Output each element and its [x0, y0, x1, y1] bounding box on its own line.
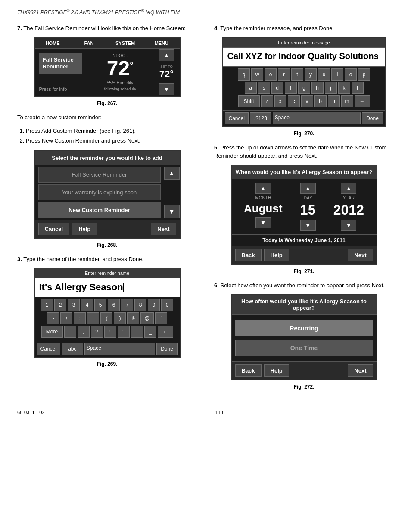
key-comma[interactable]: , — [78, 326, 90, 338]
back-button-272[interactable]: Back — [235, 364, 262, 377]
help-button-272[interactable]: Help — [264, 364, 289, 377]
key-e[interactable]: e — [265, 68, 277, 81]
key-m[interactable]: m — [341, 95, 353, 107]
temp-up-arrow[interactable]: ▲ — [159, 49, 174, 61]
key-rparen[interactable]: ) — [114, 312, 126, 324]
key-space-270[interactable]: Space — [273, 112, 361, 124]
fig271-screen: When would you like It's Allergy Season … — [231, 165, 377, 265]
key-colon[interactable]: : — [74, 312, 86, 324]
key-q[interactable]: q — [238, 68, 250, 81]
reminder-item-warranty[interactable]: Your warranty is expiring soon — [38, 184, 161, 200]
key-g[interactable]: g — [298, 82, 310, 94]
key-i[interactable]: i — [331, 68, 343, 81]
key-8[interactable]: 8 — [134, 299, 146, 311]
month-down[interactable]: ▼ — [255, 217, 271, 228]
scroll-down-arrow[interactable]: ▼ — [164, 205, 180, 218]
key-5[interactable]: 5 — [94, 299, 106, 311]
scroll-up-arrow[interactable]: ▲ — [164, 167, 180, 180]
key-f[interactable]: f — [285, 82, 297, 94]
year-down[interactable]: ▼ — [341, 220, 356, 231]
key-b[interactable]: b — [314, 95, 327, 107]
key-done-270[interactable]: Done — [362, 112, 383, 124]
key-pipe[interactable]: | — [131, 326, 143, 338]
fig270-label: Fig. 270. — [214, 131, 394, 137]
key-6[interactable]: 6 — [108, 299, 120, 311]
key-cancel-270[interactable]: Cancel — [225, 112, 249, 124]
key-period[interactable]: . — [64, 326, 76, 338]
nav-home: HOME — [35, 38, 71, 48]
key-exclaim[interactable]: ! — [104, 326, 116, 338]
fig272-bottom-bar: Back Help Next — [232, 361, 377, 380]
key-dotquestion[interactable]: .?123 — [250, 112, 271, 124]
fig268-scroll-arrows: ▲ ▼ — [164, 165, 180, 220]
key-underscore[interactable]: _ — [144, 326, 156, 338]
reminder-item-fall[interactable]: Fall Service Reminder — [38, 167, 161, 183]
key-7[interactable]: 7 — [121, 299, 133, 311]
key-d[interactable]: d — [271, 82, 283, 94]
key-3[interactable]: 3 — [68, 299, 80, 311]
key-9[interactable]: 9 — [148, 299, 160, 311]
month-up[interactable]: ▲ — [255, 183, 271, 194]
day-up[interactable]: ▲ — [300, 183, 316, 194]
key-w[interactable]: w — [251, 68, 263, 81]
key-c[interactable]: c — [288, 95, 300, 107]
key-l[interactable]: l — [352, 82, 364, 94]
next-button-268[interactable]: Next — [151, 223, 176, 235]
right-column: 4. Type the reminder message, and press … — [214, 24, 394, 397]
key-cancel-269[interactable]: Cancel — [37, 343, 60, 355]
key-k[interactable]: k — [338, 82, 350, 94]
key-question[interactable]: ? — [91, 326, 103, 338]
key-abc[interactable]: abc — [62, 343, 83, 355]
help-button-271[interactable]: Help — [264, 249, 289, 261]
key-a[interactable]: a — [245, 82, 257, 94]
key-space-269[interactable]: Space — [84, 343, 155, 355]
key-slash[interactable]: / — [60, 312, 72, 324]
key-2[interactable]: 2 — [54, 299, 66, 311]
key-p[interactable]: p — [358, 68, 370, 81]
key-shift[interactable]: Shift — [238, 95, 260, 107]
next-button-272[interactable]: Next — [348, 364, 373, 377]
key-0[interactable]: 0 — [161, 299, 173, 311]
key-t[interactable]: t — [291, 68, 303, 81]
thermo-center: INDOOR 72° 55% Humidity following schedu… — [87, 49, 154, 96]
key-h[interactable]: h — [311, 82, 324, 94]
day-down[interactable]: ▼ — [300, 220, 316, 231]
key-x[interactable]: x — [274, 95, 286, 107]
reminder-item-new-custom[interactable]: New Custom Reminder — [38, 202, 161, 218]
key-backspace-270[interactable]: ← — [355, 95, 370, 107]
key-1[interactable]: 1 — [41, 299, 53, 311]
key-r[interactable]: r — [278, 68, 290, 81]
key-backspace[interactable]: ← — [158, 326, 173, 338]
key-y[interactable]: y — [305, 68, 317, 81]
key-n[interactable]: n — [328, 95, 340, 107]
help-button-268[interactable]: Help — [72, 223, 97, 235]
fig271-label: Fig. 271. — [214, 268, 394, 274]
key-z[interactable]: z — [261, 95, 273, 107]
back-button-271[interactable]: Back — [235, 249, 262, 261]
recurring-option[interactable]: Recurring — [235, 320, 373, 336]
key-dash[interactable]: - — [47, 312, 59, 324]
key-quote[interactable]: ' — [155, 312, 167, 324]
next-button-271[interactable]: Next — [348, 249, 373, 261]
key-u[interactable]: u — [318, 68, 330, 81]
header-mid: 2.0 AND THX9421 PRESTIGE — [69, 9, 141, 16]
key-s[interactable]: s — [258, 82, 270, 94]
key-semicolon[interactable]: ; — [87, 312, 99, 324]
key-done-269[interactable]: Done — [156, 343, 178, 355]
cancel-button-268[interactable]: Cancel — [38, 223, 70, 235]
key-o[interactable]: o — [345, 68, 357, 81]
kb-row-shift: Shift z x c v b n m ← — [225, 95, 383, 107]
onetime-option[interactable]: One Time — [235, 340, 373, 356]
thermo-left: Fall ServiceReminder Press for info — [35, 49, 87, 96]
key-v[interactable]: v — [301, 95, 313, 107]
temp-down-arrow[interactable]: ▼ — [159, 83, 174, 95]
key-lparen[interactable]: ( — [100, 312, 112, 324]
key-at[interactable]: @ — [140, 312, 153, 324]
key-amp[interactable]: & — [127, 312, 139, 324]
key-j[interactable]: j — [325, 82, 337, 94]
key-more[interactable]: More — [41, 326, 63, 338]
key-4[interactable]: 4 — [81, 299, 93, 311]
fig270-keyboard: q w e r t y u i o p a s d f g — [223, 67, 385, 110]
year-up[interactable]: ▲ — [341, 183, 356, 194]
key-dquote[interactable]: " — [118, 326, 130, 338]
